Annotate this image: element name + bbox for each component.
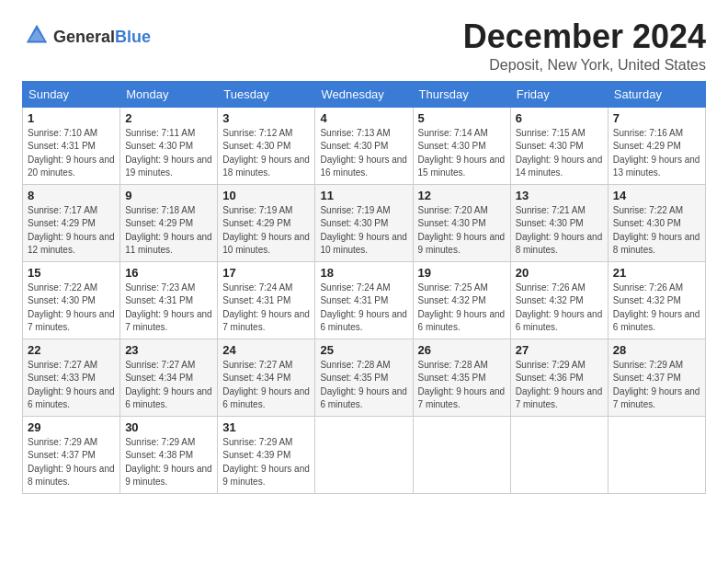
week-row-2: 8Sunrise: 7:17 AMSunset: 4:29 PMDaylight… [23,184,706,261]
day-info: Sunrise: 7:24 AMSunset: 4:31 PMDaylight:… [222,282,310,335]
day-number: 5 [418,111,506,125]
day-number: 31 [222,420,310,434]
logo-icon [24,22,50,48]
calendar-cell: 17Sunrise: 7:24 AMSunset: 4:31 PMDayligh… [218,261,315,339]
calendar-cell [608,416,705,493]
logo-blue-text: Blue [115,28,151,46]
day-info: Sunrise: 7:28 AMSunset: 4:35 PMDaylight:… [418,359,506,412]
day-info: Sunrise: 7:29 AMSunset: 4:37 PMDaylight:… [613,359,700,412]
day-info: Sunrise: 7:29 AMSunset: 4:37 PMDaylight:… [28,436,115,489]
day-number: 24 [222,343,310,357]
calendar-cell: 12Sunrise: 7:20 AMSunset: 4:30 PMDayligh… [413,184,510,261]
calendar-cell: 29Sunrise: 7:29 AMSunset: 4:37 PMDayligh… [23,416,120,493]
col-header-thursday: Thursday [413,81,510,107]
week-row-3: 15Sunrise: 7:22 AMSunset: 4:30 PMDayligh… [23,261,706,339]
calendar-cell: 20Sunrise: 7:26 AMSunset: 4:32 PMDayligh… [510,261,608,339]
day-info: Sunrise: 7:24 AMSunset: 4:31 PMDaylight:… [320,282,407,335]
day-info: Sunrise: 7:13 AMSunset: 4:30 PMDaylight:… [320,127,407,180]
day-number: 19 [418,266,506,280]
day-info: Sunrise: 7:12 AMSunset: 4:30 PMDaylight:… [222,127,310,180]
calendar-cell: 15Sunrise: 7:22 AMSunset: 4:30 PMDayligh… [23,261,120,339]
day-info: Sunrise: 7:26 AMSunset: 4:32 PMDaylight:… [516,282,603,335]
day-number: 26 [418,343,506,357]
day-info: Sunrise: 7:16 AMSunset: 4:29 PMDaylight:… [613,127,700,180]
logo-general-text: General [53,28,115,46]
calendar-cell: 3Sunrise: 7:12 AMSunset: 4:30 PMDaylight… [218,107,315,184]
day-number: 8 [28,189,115,202]
day-info: Sunrise: 7:15 AMSunset: 4:30 PMDaylight:… [516,127,603,180]
day-info: Sunrise: 7:29 AMSunset: 4:36 PMDaylight:… [516,359,603,412]
calendar-cell: 6Sunrise: 7:15 AMSunset: 4:30 PMDaylight… [510,107,608,184]
title-block: December 2024 Deposit, New York, United … [463,18,706,74]
day-info: Sunrise: 7:11 AMSunset: 4:30 PMDaylight:… [125,127,212,180]
day-info: Sunrise: 7:27 AMSunset: 4:34 PMDaylight:… [125,359,212,412]
day-info: Sunrise: 7:14 AMSunset: 4:30 PMDaylight:… [418,127,506,180]
day-info: Sunrise: 7:27 AMSunset: 4:33 PMDaylight:… [28,359,115,412]
day-number: 25 [320,343,407,357]
col-header-sunday: Sunday [23,81,120,107]
day-number: 9 [125,189,212,202]
day-number: 21 [613,266,700,280]
day-number: 27 [516,343,603,357]
day-number: 7 [613,111,700,125]
day-number: 20 [516,266,603,280]
day-info: Sunrise: 7:18 AMSunset: 4:29 PMDaylight:… [125,204,212,258]
header: GeneralBlue December 2024 Deposit, New Y… [22,18,706,74]
day-info: Sunrise: 7:19 AMSunset: 4:29 PMDaylight:… [222,204,310,258]
day-number: 1 [28,111,115,125]
day-info: Sunrise: 7:23 AMSunset: 4:31 PMDaylight:… [125,282,212,335]
calendar-cell: 19Sunrise: 7:25 AMSunset: 4:32 PMDayligh… [413,261,510,339]
calendar-cell: 11Sunrise: 7:19 AMSunset: 4:30 PMDayligh… [315,184,413,261]
day-info: Sunrise: 7:25 AMSunset: 4:32 PMDaylight:… [418,282,506,335]
day-info: Sunrise: 7:20 AMSunset: 4:30 PMDaylight:… [418,204,506,258]
calendar-cell: 23Sunrise: 7:27 AMSunset: 4:34 PMDayligh… [120,339,218,416]
calendar-cell: 9Sunrise: 7:18 AMSunset: 4:29 PMDaylight… [120,184,218,261]
month-title: December 2024 [463,18,706,55]
calendar-cell [315,416,413,493]
calendar-header-row: SundayMondayTuesdayWednesdayThursdayFrid… [23,81,706,107]
day-number: 30 [125,420,212,434]
col-header-friday: Friday [510,81,608,107]
day-number: 14 [613,189,700,202]
day-info: Sunrise: 7:22 AMSunset: 4:30 PMDaylight:… [613,204,700,258]
day-number: 29 [28,420,115,434]
col-header-tuesday: Tuesday [218,81,315,107]
day-info: Sunrise: 7:29 AMSunset: 4:39 PMDaylight:… [222,436,310,489]
day-info: Sunrise: 7:27 AMSunset: 4:34 PMDaylight:… [222,359,310,412]
calendar-cell: 26Sunrise: 7:28 AMSunset: 4:35 PMDayligh… [413,339,510,416]
week-row-4: 22Sunrise: 7:27 AMSunset: 4:33 PMDayligh… [23,339,706,416]
day-info: Sunrise: 7:22 AMSunset: 4:30 PMDaylight:… [28,282,115,335]
day-info: Sunrise: 7:21 AMSunset: 4:30 PMDaylight:… [516,204,603,258]
calendar-cell: 7Sunrise: 7:16 AMSunset: 4:29 PMDaylight… [608,107,705,184]
calendar-cell: 4Sunrise: 7:13 AMSunset: 4:30 PMDaylight… [315,107,413,184]
col-header-monday: Monday [120,81,218,107]
day-number: 28 [613,343,700,357]
col-header-saturday: Saturday [608,81,705,107]
calendar-cell: 22Sunrise: 7:27 AMSunset: 4:33 PMDayligh… [23,339,120,416]
calendar-cell: 8Sunrise: 7:17 AMSunset: 4:29 PMDaylight… [23,184,120,261]
day-number: 12 [418,189,506,202]
day-number: 17 [222,266,310,280]
day-info: Sunrise: 7:19 AMSunset: 4:30 PMDaylight:… [320,204,407,258]
calendar-cell: 28Sunrise: 7:29 AMSunset: 4:37 PMDayligh… [608,339,705,416]
day-info: Sunrise: 7:26 AMSunset: 4:32 PMDaylight:… [613,282,700,335]
calendar-cell: 14Sunrise: 7:22 AMSunset: 4:30 PMDayligh… [608,184,705,261]
calendar-cell: 10Sunrise: 7:19 AMSunset: 4:29 PMDayligh… [218,184,315,261]
day-number: 4 [320,111,407,125]
week-row-5: 29Sunrise: 7:29 AMSunset: 4:37 PMDayligh… [23,416,706,493]
day-number: 18 [320,266,407,280]
day-number: 3 [222,111,310,125]
calendar-cell: 25Sunrise: 7:28 AMSunset: 4:35 PMDayligh… [315,339,413,416]
day-number: 15 [28,266,115,280]
calendar: SundayMondayTuesdayWednesdayThursdayFrid… [22,81,706,494]
day-number: 10 [222,189,310,202]
week-row-1: 1Sunrise: 7:10 AMSunset: 4:31 PMDaylight… [23,107,706,184]
calendar-cell: 21Sunrise: 7:26 AMSunset: 4:32 PMDayligh… [608,261,705,339]
day-info: Sunrise: 7:28 AMSunset: 4:35 PMDaylight:… [320,359,407,412]
day-number: 6 [516,111,603,125]
col-header-wednesday: Wednesday [315,81,413,107]
day-number: 16 [125,266,212,280]
day-info: Sunrise: 7:10 AMSunset: 4:31 PMDaylight:… [28,127,115,180]
day-number: 23 [125,343,212,357]
day-info: Sunrise: 7:17 AMSunset: 4:29 PMDaylight:… [28,204,115,258]
